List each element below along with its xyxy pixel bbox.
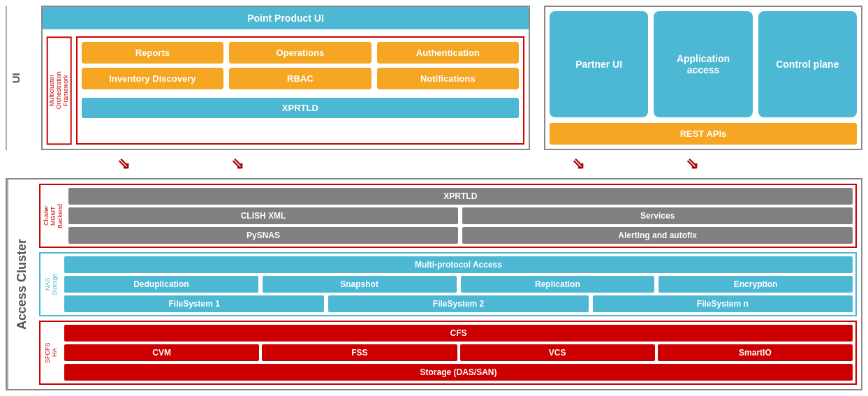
vcs-box: VCS [460,344,655,361]
alerting-box: Alerting and autofix [462,227,853,244]
arrow-2: ⇘ [231,155,244,173]
notifications-box: Notifications [377,68,519,89]
nas-row-2: Deduplication Snapshot Replication Encry… [64,276,853,293]
clish-xml-box: CLISH XML [68,207,459,224]
ui-label: UI [6,6,24,150]
cfs-bar: CFS [64,325,853,342]
point-product-ui-bar: Point Product UI [43,7,529,29]
cluster-row-3: PySNAS Alerting and autofix [68,227,853,244]
cluster-row-2: CLISH XML Services [68,207,853,224]
arrow-3-spacer: ⇘ [522,155,635,173]
filesystem-1-box: FileSystem 1 [64,295,324,312]
bottom-section: Access Cluster ClusterMGMTBackend XPRTLD… [6,178,862,390]
point-product-box-outer: Point Product UI MulticlusterOrchestrati… [41,6,530,150]
arrows-row: ⇘ ⇘ ⇘ ⇘ [6,154,862,174]
mcf-row-1: Reports Operations Authentication [82,42,519,64]
cluster-mgmt-label: ClusterMGMTBackend [43,188,64,244]
partner-ui-box: Partner UI [550,11,648,117]
filesystem-2-box: FileSystem 2 [328,295,588,312]
nas-content: Multi-protocol Access Deduplication Snap… [64,256,853,312]
top-left-inner: MulticlusterOrchestrationFramework Repor… [47,36,524,145]
storage-das-san-bar: Storage (DAS/SAN) [64,364,853,381]
top-right-boxes: Partner UI Application access Control pl… [550,11,857,117]
fss-box: FSS [262,344,457,361]
cvm-box: CVM [64,344,259,361]
pysnas-box: PySNAS [68,227,459,244]
nas-label: NASStorage [43,256,60,312]
xprtld-bar-bottom: XPRTLD [68,188,853,205]
cluster-content: XPRTLD CLISH XML Services PySNAS Alertin… [68,188,853,244]
replication-box: Replication [461,276,655,293]
sfcfs-ha-panel: SFCFSHA CFS CVM FSS VCS SmartIO Storage … [39,321,857,385]
application-access-box: Application access [654,11,752,117]
mcf-row-2: Inventory Discovery RBAC Notifications [82,68,519,89]
arrow-2-spacer: ⇘ [181,155,295,173]
bottom-content: ClusterMGMTBackend XPRTLD CLISH XML Serv… [35,179,861,389]
authentication-box: Authentication [377,42,519,64]
sfcfs-content: CFS CVM FSS VCS SmartIO Storage (DAS/SAN… [64,325,853,381]
main-container: UI Point Product UI MulticlusterOrchestr… [0,0,868,396]
encryption-box: Encryption [659,276,853,293]
snapshot-box: Snapshot [263,276,457,293]
sfcfs-row-2: CVM FSS VCS SmartIO [64,344,853,361]
nas-storage-panel: NASStorage Multi-protocol Access Dedupli… [39,252,857,316]
services-box: Services [462,207,853,224]
top-right-panel: Partner UI Application access Control pl… [544,6,862,150]
sfcfs-label: SFCFSHA [43,325,60,381]
xprtld-bar-top: XPRTLD [82,98,519,118]
cluster-mgmt-panel: ClusterMGMTBackend XPRTLD CLISH XML Serv… [39,184,857,248]
multicluster-label: MulticlusterOrchestrationFramework [47,36,72,145]
smartio-box: SmartIO [658,344,853,361]
access-cluster-label: Access Cluster [7,179,35,389]
inventory-discovery-box: Inventory Discovery [82,68,223,89]
multi-protocol-bar: Multi-protocol Access [64,256,853,273]
rest-apis-bar: REST APIs [550,123,857,145]
reports-box: Reports [82,42,223,64]
filesystem-n-box: FileSystem n [593,295,853,312]
rbac-box: RBAC [229,68,371,89]
arrow-1: ⇘ [117,155,130,173]
arrow-4-spacer: ⇘ [635,155,749,173]
arrow-1-spacer: ⇘ [67,155,181,173]
mcf-content: Reports Operations Authentication Invent… [76,36,524,145]
arrow-4: ⇘ [686,155,698,173]
top-section: UI Point Product UI MulticlusterOrchestr… [6,6,862,150]
operations-box: Operations [229,42,371,64]
deduplication-box: Deduplication [64,276,258,293]
control-plane-box: Control plane [758,11,857,117]
arrow-3: ⇘ [572,155,584,173]
nas-row-3: FileSystem 1 FileSystem 2 FileSystem n [64,295,853,312]
